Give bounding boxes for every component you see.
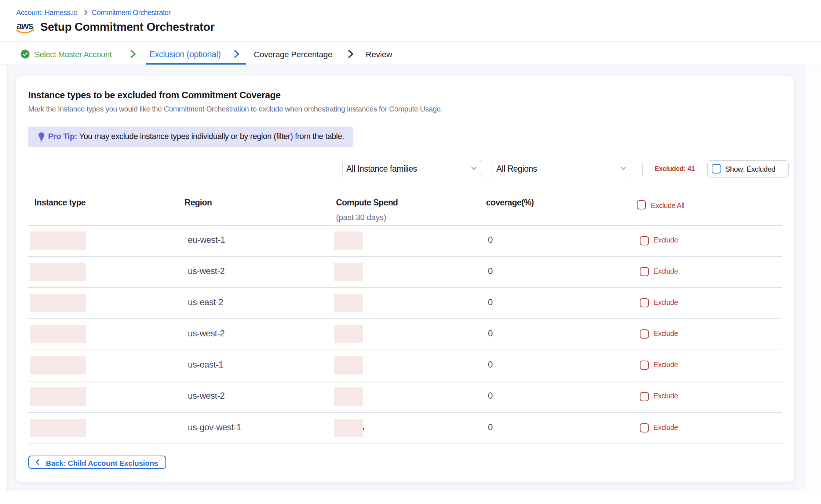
svg-text:aws: aws bbox=[17, 21, 33, 31]
